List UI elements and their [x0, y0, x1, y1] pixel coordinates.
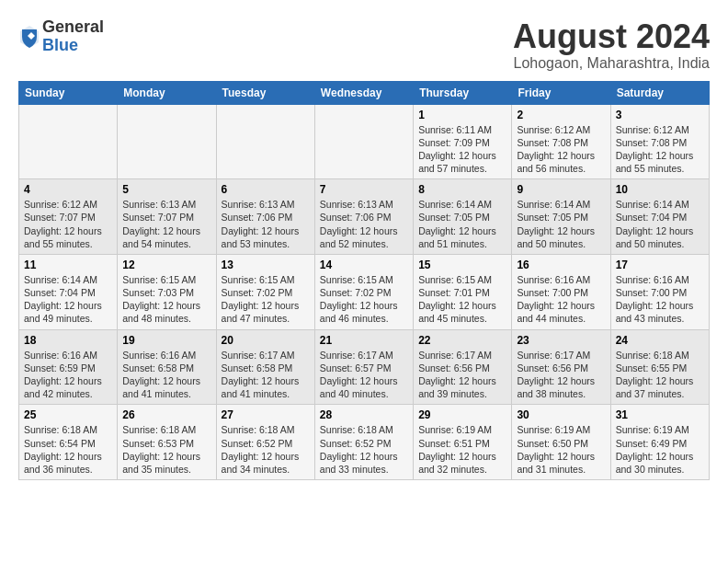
col-header-tuesday: Tuesday — [216, 81, 314, 104]
calendar-cell: 27Sunrise: 6:18 AM Sunset: 6:52 PM Dayli… — [216, 405, 314, 480]
calendar-cell: 26Sunrise: 6:18 AM Sunset: 6:53 PM Dayli… — [118, 405, 216, 480]
calendar-cell — [19, 104, 118, 179]
day-number: 14 — [320, 259, 408, 271]
calendar-cell: 24Sunrise: 6:18 AM Sunset: 6:55 PM Dayli… — [610, 329, 709, 405]
day-info: Sunrise: 6:17 AM Sunset: 6:57 PM Dayligh… — [320, 349, 408, 401]
day-info: Sunrise: 6:18 AM Sunset: 6:54 PM Dayligh… — [24, 423, 112, 476]
day-number: 23 — [517, 334, 605, 347]
logo: General Blue — [18, 18, 104, 55]
day-info: Sunrise: 6:13 AM Sunset: 7:07 PM Dayligh… — [122, 198, 210, 250]
calendar-cell: 12Sunrise: 6:15 AM Sunset: 7:03 PM Dayli… — [118, 254, 216, 329]
day-number: 2 — [517, 109, 605, 121]
day-info: Sunrise: 6:12 AM Sunset: 7:08 PM Dayligh… — [517, 123, 605, 176]
day-info: Sunrise: 6:14 AM Sunset: 7:05 PM Dayligh… — [418, 198, 506, 250]
day-number: 16 — [517, 259, 605, 271]
day-number: 20 — [222, 334, 310, 347]
day-number: 30 — [517, 408, 605, 421]
week-row: 4Sunrise: 6:12 AM Sunset: 7:07 PM Daylig… — [19, 179, 710, 255]
calendar-cell: 21Sunrise: 6:17 AM Sunset: 6:57 PM Dayli… — [314, 329, 413, 405]
logo-general: General — [42, 18, 104, 37]
subtitle: Lohogaon, Maharashtra, India — [513, 55, 710, 72]
day-info: Sunrise: 6:19 AM Sunset: 6:51 PM Dayligh… — [418, 423, 506, 476]
title-block: August 2024 Lohogaon, Maharashtra, India — [513, 18, 710, 72]
calendar-cell: 4Sunrise: 6:12 AM Sunset: 7:07 PM Daylig… — [19, 179, 118, 255]
calendar-cell: 1Sunrise: 6:11 AM Sunset: 7:09 PM Daylig… — [414, 104, 512, 179]
page-header: General Blue August 2024 Lohogaon, Mahar… — [18, 18, 710, 72]
calendar-cell: 30Sunrise: 6:19 AM Sunset: 6:50 PM Dayli… — [512, 405, 610, 480]
day-number: 12 — [122, 259, 210, 271]
col-header-wednesday: Wednesday — [314, 81, 413, 104]
calendar-cell: 31Sunrise: 6:19 AM Sunset: 6:49 PM Dayli… — [610, 405, 709, 480]
calendar-cell — [118, 104, 216, 179]
day-info: Sunrise: 6:15 AM Sunset: 7:02 PM Dayligh… — [222, 273, 310, 326]
day-info: Sunrise: 6:17 AM Sunset: 6:58 PM Dayligh… — [222, 349, 310, 401]
day-info: Sunrise: 6:16 AM Sunset: 7:00 PM Dayligh… — [517, 273, 605, 326]
day-number: 29 — [418, 408, 506, 421]
day-info: Sunrise: 6:18 AM Sunset: 6:53 PM Dayligh… — [122, 423, 210, 476]
day-number: 21 — [320, 334, 408, 347]
col-header-friday: Friday — [512, 81, 610, 104]
day-number: 4 — [24, 183, 112, 196]
logo-icon — [18, 24, 40, 50]
day-number: 18 — [24, 334, 112, 347]
day-number: 13 — [222, 259, 310, 271]
calendar-cell: 16Sunrise: 6:16 AM Sunset: 7:00 PM Dayli… — [512, 254, 610, 329]
calendar-cell: 19Sunrise: 6:16 AM Sunset: 6:58 PM Dayli… — [118, 329, 216, 405]
calendar-cell: 20Sunrise: 6:17 AM Sunset: 6:58 PM Dayli… — [216, 329, 314, 405]
day-number: 9 — [517, 183, 605, 196]
calendar-table: SundayMondayTuesdayWednesdayThursdayFrid… — [18, 81, 710, 480]
day-number: 19 — [122, 334, 210, 347]
day-info: Sunrise: 6:19 AM Sunset: 6:49 PM Dayligh… — [616, 423, 704, 476]
day-info: Sunrise: 6:17 AM Sunset: 6:56 PM Dayligh… — [418, 349, 506, 401]
day-info: Sunrise: 6:13 AM Sunset: 7:06 PM Dayligh… — [222, 198, 310, 250]
day-info: Sunrise: 6:19 AM Sunset: 6:50 PM Dayligh… — [517, 423, 605, 476]
day-info: Sunrise: 6:12 AM Sunset: 7:08 PM Dayligh… — [616, 123, 704, 176]
day-number: 1 — [418, 109, 506, 121]
calendar-cell: 18Sunrise: 6:16 AM Sunset: 6:59 PM Dayli… — [19, 329, 118, 405]
calendar-cell: 9Sunrise: 6:14 AM Sunset: 7:05 PM Daylig… — [512, 179, 610, 255]
calendar-cell: 17Sunrise: 6:16 AM Sunset: 7:00 PM Dayli… — [610, 254, 709, 329]
calendar-cell — [216, 104, 314, 179]
day-info: Sunrise: 6:14 AM Sunset: 7:04 PM Dayligh… — [24, 273, 112, 326]
day-number: 24 — [616, 334, 704, 347]
day-info: Sunrise: 6:15 AM Sunset: 7:01 PM Dayligh… — [418, 273, 506, 326]
day-info: Sunrise: 6:16 AM Sunset: 6:58 PM Dayligh… — [122, 349, 210, 401]
day-info: Sunrise: 6:17 AM Sunset: 6:56 PM Dayligh… — [517, 349, 605, 401]
week-row: 1Sunrise: 6:11 AM Sunset: 7:09 PM Daylig… — [19, 104, 710, 179]
calendar-cell: 7Sunrise: 6:13 AM Sunset: 7:06 PM Daylig… — [314, 179, 413, 255]
day-info: Sunrise: 6:14 AM Sunset: 7:04 PM Dayligh… — [616, 198, 704, 250]
day-number: 6 — [222, 183, 310, 196]
day-number: 17 — [616, 259, 704, 271]
calendar-cell: 3Sunrise: 6:12 AM Sunset: 7:08 PM Daylig… — [610, 104, 709, 179]
day-info: Sunrise: 6:16 AM Sunset: 6:59 PM Dayligh… — [24, 349, 112, 401]
day-number: 25 — [24, 408, 112, 421]
week-row: 18Sunrise: 6:16 AM Sunset: 6:59 PM Dayli… — [19, 329, 710, 405]
day-number: 5 — [122, 183, 210, 196]
day-info: Sunrise: 6:18 AM Sunset: 6:52 PM Dayligh… — [320, 423, 408, 476]
day-number: 8 — [418, 183, 506, 196]
calendar-cell: 14Sunrise: 6:15 AM Sunset: 7:02 PM Dayli… — [314, 254, 413, 329]
day-number: 7 — [320, 183, 408, 196]
day-number: 31 — [616, 408, 704, 421]
main-title: August 2024 — [513, 18, 710, 55]
day-number: 15 — [418, 259, 506, 271]
logo-text: General Blue — [42, 18, 104, 55]
week-row: 11Sunrise: 6:14 AM Sunset: 7:04 PM Dayli… — [19, 254, 710, 329]
calendar-cell: 13Sunrise: 6:15 AM Sunset: 7:02 PM Dayli… — [216, 254, 314, 329]
day-info: Sunrise: 6:16 AM Sunset: 7:00 PM Dayligh… — [616, 273, 704, 326]
day-number: 28 — [320, 408, 408, 421]
day-number: 11 — [24, 259, 112, 271]
calendar-cell: 11Sunrise: 6:14 AM Sunset: 7:04 PM Dayli… — [19, 254, 118, 329]
col-header-monday: Monday — [118, 81, 216, 104]
col-header-sunday: Sunday — [19, 81, 118, 104]
calendar-cell: 10Sunrise: 6:14 AM Sunset: 7:04 PM Dayli… — [610, 179, 709, 255]
col-header-saturday: Saturday — [610, 81, 709, 104]
calendar-cell: 25Sunrise: 6:18 AM Sunset: 6:54 PM Dayli… — [19, 405, 118, 480]
day-info: Sunrise: 6:18 AM Sunset: 6:52 PM Dayligh… — [222, 423, 310, 476]
day-info: Sunrise: 6:15 AM Sunset: 7:02 PM Dayligh… — [320, 273, 408, 326]
col-header-thursday: Thursday — [414, 81, 512, 104]
calendar-cell — [314, 104, 413, 179]
day-info: Sunrise: 6:13 AM Sunset: 7:06 PM Dayligh… — [320, 198, 408, 250]
day-number: 10 — [616, 183, 704, 196]
day-number: 27 — [222, 408, 310, 421]
